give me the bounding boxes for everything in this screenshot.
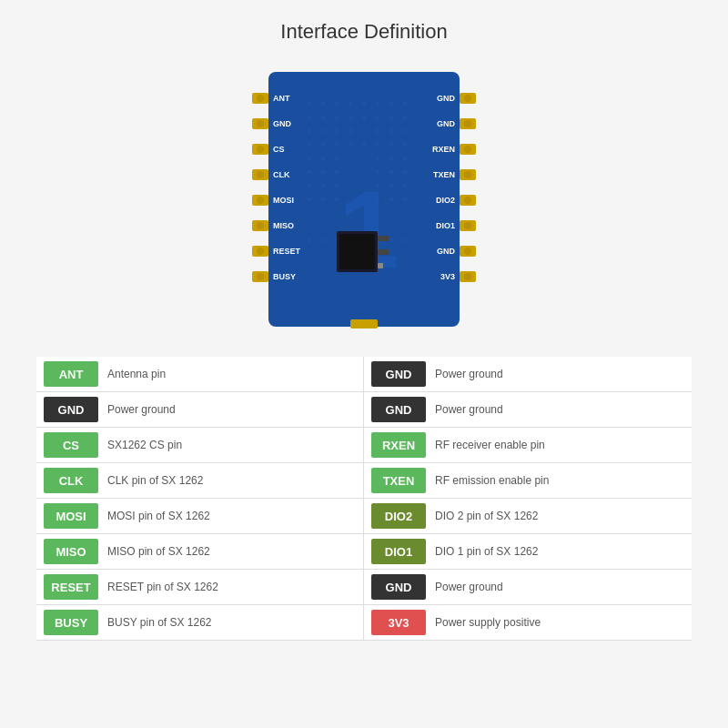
svg-point-22 <box>376 129 379 133</box>
pin-row: ANTAntenna pinGNDPower ground <box>36 357 692 392</box>
svg-point-38 <box>403 157 407 160</box>
svg-point-8 <box>403 102 407 106</box>
svg-point-85 <box>257 273 264 280</box>
svg-text:DIO1: DIO1 <box>436 221 455 230</box>
svg-rect-67 <box>378 249 389 255</box>
pin-desc: CLK pin of SX 1262 <box>107 474 203 487</box>
svg-point-36 <box>376 157 379 160</box>
svg-text:MOSI: MOSI <box>273 196 294 205</box>
svg-point-23 <box>389 129 393 133</box>
svg-text:TXEN: TXEN <box>433 170 455 179</box>
svg-point-13 <box>362 116 366 119</box>
svg-point-3 <box>335 102 339 106</box>
pin-table: ANTAntenna pinGNDPower groundGNDPower gr… <box>36 357 692 641</box>
pin-row: CSSX1262 CS pinRXENRF receiver enable pi… <box>36 428 692 463</box>
pin-badge: GND <box>371 397 426 422</box>
pcb-board-image: 1 <box>228 58 500 340</box>
pin-row: CLKCLK pin of SX 1262TXENRF emission ena… <box>36 463 692 499</box>
pin-right: GNDPower ground <box>364 570 692 605</box>
pin-right: RXENRF receiver enable pin <box>364 428 692 463</box>
svg-rect-68 <box>378 263 383 268</box>
svg-point-99 <box>464 248 471 255</box>
svg-point-32 <box>403 143 407 147</box>
pin-desc: Power ground <box>107 403 176 416</box>
svg-point-44 <box>403 170 407 174</box>
svg-point-7 <box>389 102 393 106</box>
svg-point-16 <box>403 116 407 119</box>
pin-badge: CLK <box>44 468 98 493</box>
pin-desc: DIO 1 pin of SX 1262 <box>435 545 538 558</box>
svg-point-29 <box>362 143 366 147</box>
pin-desc: Power ground <box>435 368 503 380</box>
svg-point-2 <box>321 102 325 106</box>
svg-point-50 <box>403 184 407 187</box>
pin-desc: BUSY pin of SX 1262 <box>107 616 212 629</box>
pin-left: CSSX1262 CS pin <box>36 428 364 463</box>
svg-point-14 <box>376 116 379 119</box>
svg-point-97 <box>464 222 471 229</box>
pin-row: GNDPower groundGNDPower ground <box>36 392 692 428</box>
svg-text:3V3: 3V3 <box>440 272 455 281</box>
pin-badge: 3V3 <box>371 610 426 635</box>
svg-point-5 <box>362 102 366 106</box>
pin-row: RESETRESET pin of SX 1262GNDPower ground <box>36 570 692 605</box>
pin-badge: GND <box>44 397 98 422</box>
pin-right: DIO1DIO 1 pin of SX 1262 <box>364 534 692 570</box>
svg-point-81 <box>257 222 264 229</box>
pin-desc: Power ground <box>435 403 503 416</box>
svg-point-93 <box>464 171 471 178</box>
pin-desc: RF emission enable pin <box>435 474 549 487</box>
svg-point-15 <box>389 116 393 119</box>
pin-right: TXENRF emission enable pin <box>364 463 692 499</box>
pin-right: 3V3Power supply positive <box>364 605 692 641</box>
svg-point-52 <box>321 197 325 201</box>
pin-badge: DIO2 <box>371 503 426 529</box>
svg-point-26 <box>321 143 325 147</box>
svg-rect-65 <box>339 234 375 269</box>
svg-text:CS: CS <box>273 145 285 154</box>
svg-text:GND: GND <box>273 119 292 128</box>
svg-point-28 <box>349 143 352 147</box>
svg-rect-66 <box>378 236 389 241</box>
svg-point-62 <box>403 238 407 242</box>
svg-point-6 <box>376 102 379 106</box>
pin-desc: RESET pin of SX 1262 <box>107 581 218 593</box>
pin-badge: MOSI <box>44 503 98 529</box>
svg-text:DIO2: DIO2 <box>436 196 455 205</box>
pin-desc: SX1262 CS pin <box>107 439 182 451</box>
svg-point-18 <box>321 129 325 133</box>
pin-row: MOSIMOSI pin of SX 1262DIO2DIO 2 pin of … <box>36 499 692 534</box>
pin-left: ANTAntenna pin <box>36 357 364 392</box>
svg-text:RESET: RESET <box>273 247 301 256</box>
pin-desc: Antenna pin <box>107 368 166 380</box>
svg-point-71 <box>257 95 264 102</box>
pin-left: MOSIMOSI pin of SX 1262 <box>36 499 364 534</box>
pin-right: DIO2DIO 2 pin of SX 1262 <box>364 499 692 534</box>
svg-point-31 <box>389 143 393 147</box>
pin-badge: RXEN <box>371 432 426 458</box>
pin-left: MISOMISO pin of SX 1262 <box>36 534 364 570</box>
pin-right: GNDPower ground <box>364 357 692 392</box>
svg-text:GND: GND <box>437 119 456 128</box>
svg-text:MISO: MISO <box>273 221 294 230</box>
svg-point-75 <box>257 146 264 153</box>
pin-desc: DIO 2 pin of SX 1262 <box>435 510 538 522</box>
svg-point-21 <box>362 129 366 133</box>
pin-row: MISOMISO pin of SX 1262DIO1DIO 1 pin of … <box>36 534 692 570</box>
pin-badge: MISO <box>44 539 98 564</box>
pin-badge: RESET <box>44 574 98 600</box>
svg-point-73 <box>257 120 264 127</box>
svg-point-24 <box>403 129 407 133</box>
svg-point-79 <box>257 197 264 204</box>
svg-point-35 <box>335 157 339 160</box>
svg-point-34 <box>321 157 325 160</box>
svg-point-17 <box>308 129 311 133</box>
svg-point-10 <box>321 116 325 119</box>
svg-text:CLK: CLK <box>273 170 290 179</box>
svg-text:ANT: ANT <box>273 94 290 103</box>
pin-desc: MISO pin of SX 1262 <box>107 545 210 558</box>
svg-point-30 <box>376 143 379 147</box>
svg-point-20 <box>349 129 352 133</box>
pin-right: GNDPower ground <box>364 392 692 428</box>
svg-point-51 <box>308 197 311 201</box>
